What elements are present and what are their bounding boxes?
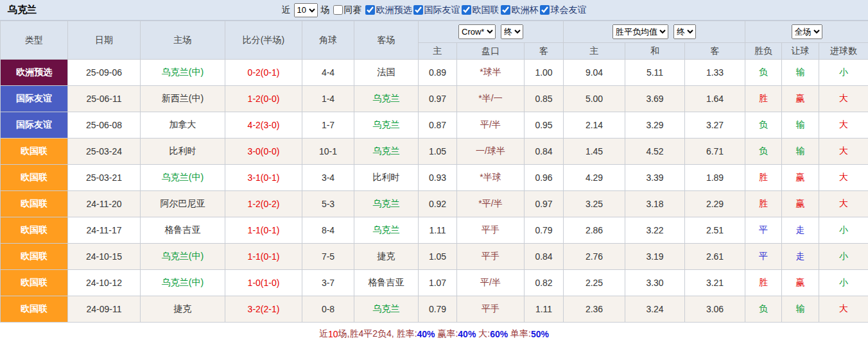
euro-away-odds: 2.51 <box>685 217 745 244</box>
match-row: 欧国联24-10-12乌克兰(中)1-0(1-0)3-7格鲁吉亚1.07平/半0… <box>1 270 868 296</box>
full-score: 4-2 <box>248 120 261 130</box>
result-goals: 小 <box>819 217 868 244</box>
asian-home-odds: 0.97 <box>419 86 457 112</box>
asian-odds-header: Crow* 终 <box>419 21 564 43</box>
euro-home-odds: 1.45 <box>564 139 625 165</box>
euro-home-odds: 2.76 <box>564 244 625 270</box>
euro-odds-select[interactable]: 胜平负均值 <box>612 24 668 39</box>
competition-checkbox[interactable] <box>540 5 550 15</box>
summary-segment: 赢率: <box>435 328 458 340</box>
half-score: (0-1) <box>261 251 280 262</box>
score-cell: 1-0(1-0) <box>225 270 302 296</box>
full-score: 3-2 <box>248 304 261 314</box>
full-score: 1-1 <box>248 251 261 262</box>
home-team: 乌克兰(中) <box>141 165 225 191</box>
competition-badge: 国际友谊 <box>1 86 68 112</box>
competition-filters: 欧洲预选国际友谊欧国联欧洲杯球会友谊 <box>365 4 587 16</box>
result-goals: 小 <box>819 270 868 296</box>
half-score: (2-1) <box>261 304 280 314</box>
asian-bookmaker-select[interactable]: Crow* <box>458 24 496 39</box>
competition-filter[interactable]: 球会友谊 <box>540 4 587 16</box>
euro-draw-odds: 3.22 <box>625 217 685 244</box>
result-wdl: 胜 <box>745 191 782 217</box>
euro-home-odds: 5.00 <box>564 86 625 112</box>
corners: 1-7 <box>302 112 354 139</box>
competition-checkbox[interactable] <box>501 5 510 15</box>
result-wdl: 平 <box>745 244 782 270</box>
competition-label: 球会友谊 <box>551 4 587 16</box>
half-score: (0-1) <box>261 225 280 235</box>
result-wdl: 负 <box>745 60 782 86</box>
competition-checkbox[interactable] <box>365 5 375 15</box>
full-score: 0-2 <box>248 67 261 78</box>
asian-handicap: 平/半 <box>457 270 525 296</box>
result-handicap: 赢 <box>782 165 819 191</box>
away-team: 乌克兰 <box>354 296 419 323</box>
euro-home-odds: 2.14 <box>564 112 625 139</box>
asian-away-odds: 0.85 <box>525 86 564 112</box>
euro-away-odds: 1.89 <box>685 165 745 191</box>
asian-home-odds: 0.87 <box>419 112 457 139</box>
away-team: 比利时 <box>354 165 419 191</box>
full-score: 3-0 <box>248 146 261 156</box>
summary-segment: 40% <box>417 329 435 339</box>
euro-draw-odds: 3.29 <box>625 112 685 139</box>
result-handicap: 赢 <box>782 86 819 112</box>
asian-home-odds: 0.92 <box>419 191 457 217</box>
away-team: 格鲁吉亚 <box>354 270 419 296</box>
away-team: 乌克兰 <box>354 112 419 139</box>
full-score: 1-2 <box>248 94 261 104</box>
asian-home-odds: 1.07 <box>419 270 457 296</box>
competition-filter[interactable]: 欧洲预选 <box>365 4 412 16</box>
competition-label: 欧洲预选 <box>376 4 412 16</box>
summary-segment: 单率: <box>508 328 531 340</box>
home-team: 新西兰(中) <box>141 86 225 112</box>
asian-away-odds: 0.84 <box>525 244 564 270</box>
competition-checkbox[interactable] <box>413 5 423 15</box>
competition-badge: 欧国联 <box>1 139 68 165</box>
competition-filter[interactable]: 欧洲杯 <box>501 4 539 16</box>
euro-draw-col: 和 <box>625 43 685 60</box>
asian-home-odds: 1.05 <box>419 244 457 270</box>
euro-draw-odds: 5.11 <box>625 60 685 86</box>
result-handicap-col: 让球 <box>782 43 819 60</box>
competition-checkbox[interactable] <box>462 5 471 15</box>
asian-handicap: 平/半 <box>457 112 525 139</box>
asian-time-select[interactable]: 终 <box>501 24 523 39</box>
result-goals: 大 <box>819 139 868 165</box>
score-cell: 0-2(0-1) <box>225 60 302 86</box>
asian-handicap: *平/半 <box>457 191 525 217</box>
result-goals: 大 <box>819 296 868 323</box>
summary-segment: 场,胜4平2负4, <box>338 328 397 340</box>
matches-label: 场 <box>321 4 330 16</box>
euro-home-col: 主 <box>564 43 625 60</box>
match-date: 24-10-12 <box>68 270 141 296</box>
euro-draw-odds: 3.19 <box>625 244 685 270</box>
asian-home-odds: 1.11 <box>419 217 457 244</box>
home-team: 捷克 <box>141 296 225 323</box>
same-league-filter[interactable]: 同赛 <box>333 4 362 16</box>
half-score: (0-0) <box>261 94 280 104</box>
corners: 3-4 <box>302 165 354 191</box>
match-count-select[interactable]: 10 <box>294 3 318 17</box>
home-team: 乌克兰(中) <box>141 270 225 296</box>
match-row: 国际友谊25-06-08加拿大4-2(3-0)1-7乌克兰0.87平/半0.95… <box>1 112 868 139</box>
asian-handicap: *半/一 <box>457 86 525 112</box>
match-row: 欧洲预选25-09-06乌克兰(中)0-2(0-1)4-4法国0.89*球半1.… <box>1 60 868 86</box>
competition-badge: 欧国联 <box>1 270 68 296</box>
asian-away-odds: 1.11 <box>525 296 564 323</box>
asian-away-col: 客 <box>525 43 564 60</box>
competition-badge: 国际友谊 <box>1 112 68 139</box>
asian-home-odds: 1.05 <box>419 139 457 165</box>
asian-handicap-col: 盘口 <box>457 43 525 60</box>
competition-filter[interactable]: 欧国联 <box>462 4 499 16</box>
match-date: 24-10-15 <box>68 244 141 270</box>
euro-time-select[interactable]: 终 <box>673 24 696 39</box>
same-league-checkbox[interactable] <box>333 5 343 15</box>
result-scope-select[interactable]: 全场 <box>792 24 822 39</box>
euro-draw-odds: 3.30 <box>625 270 685 296</box>
half-score: (0-0) <box>261 146 280 156</box>
away-team: 捷克 <box>354 244 419 270</box>
result-wdl: 胜 <box>745 270 782 296</box>
competition-filter[interactable]: 国际友谊 <box>413 4 460 16</box>
